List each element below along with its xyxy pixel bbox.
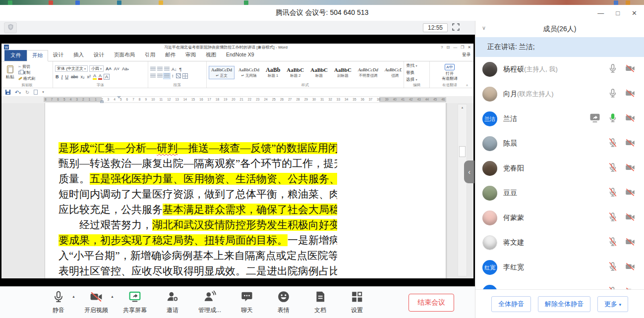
member-row-豆豆[interactable]: 豆豆	[475, 181, 644, 206]
doc-line-9[interactable]: 表明社区管控、应收尽收取得明显成效。二是进出院病例占比实现逆转，2 月 19	[59, 264, 337, 278]
word-minimize-icon[interactable]: —	[453, 45, 457, 50]
mute-all-button[interactable]: 全体静音	[491, 296, 531, 312]
camera-off-icon[interactable]	[625, 63, 635, 75]
word-close-icon[interactable]: ✕	[468, 45, 471, 50]
scroll-up-icon[interactable]: ▴	[458, 106, 467, 109]
toolbar-item-settings[interactable]: 设置	[346, 290, 368, 315]
camera-off-icon[interactable]	[625, 237, 635, 249]
document-text[interactable]: 是形成“汇集—分析—研判—推送—核查—反馈”的数据应用闭环，落实“筛查甄别—转送…	[59, 141, 337, 278]
font-format-button-6[interactable]: A	[93, 73, 97, 80]
align-center-icon[interactable]	[157, 74, 163, 78]
member-row-党春阳[interactable]: 党春阳	[475, 156, 644, 181]
doc-line-7[interactable]: 要成果，初步实现了稳定局势、扭转局面的目标。一是新增病例在高位运行上进	[59, 233, 337, 248]
doc-line-4[interactable]: 短时间内调动了大量医疗资源，做到了总体平衡，粮油菜、肉蛋奶等生活物资供	[59, 187, 337, 202]
word-signin-link[interactable]: 登录	[462, 52, 470, 58]
mic-muted-icon[interactable]	[608, 162, 618, 174]
find-button[interactable]: 查找 ▾	[406, 63, 417, 69]
panel-collapse-handle[interactable]: ‹	[464, 160, 474, 183]
word-ribbon-options-icon[interactable]: ⊡	[446, 45, 450, 50]
minimize-button[interactable]: —	[597, 10, 604, 16]
fullscreen-icon[interactable]	[452, 23, 460, 33]
end-meeting-button[interactable]: 结束会议	[409, 294, 454, 312]
doc-line-1[interactable]: 是形成“汇集—分析—研判—推送—核查—反馈”的数据应用闭环，落实“筛查	[59, 141, 337, 156]
toolbar-item-mic[interactable]: 静音▲	[48, 290, 69, 315]
mic-on-icon[interactable]	[608, 63, 618, 75]
word-tab-3[interactable]: 插入	[68, 50, 89, 61]
style-card-不明显强调[interactable]: AaBbCcDd不明显强调	[355, 66, 381, 79]
style-card-正文[interactable]: AaBbCcDd↵ 正文	[209, 66, 234, 79]
vertical-scrollbar[interactable]: ▴	[458, 104, 467, 276]
doc-line-6[interactable]: 经过艰苦努力，湖北和武汉疫情防控形势发生积极向好变化，取得阶段性重	[59, 217, 337, 233]
word-help-icon[interactable]: ?	[441, 45, 443, 50]
numbering-icon[interactable]	[157, 67, 163, 71]
word-tab-9[interactable]: 视图	[201, 50, 221, 61]
doc-line-8[interactable]: 入“小平台期”，新增确诊病例基本上来自隔离点或定点医院等管控范围之内，	[59, 248, 337, 264]
borders-icon[interactable]	[182, 73, 188, 79]
doc-line-5[interactable]: 应比较充足，公共服务基本满足群众需求，确保了社会大局稳定。	[59, 202, 337, 217]
mic-muted-icon[interactable]	[608, 138, 618, 150]
security-button[interactable]	[4, 22, 17, 33]
grow-font-button[interactable]: A˄	[105, 66, 112, 71]
toolbar-item-camera-off[interactable]: 开启视频▲	[84, 290, 108, 315]
mic-muted-icon[interactable]	[608, 237, 618, 249]
mic-muted-icon[interactable]	[608, 187, 618, 199]
change-case-button[interactable]: Aa▾	[121, 66, 129, 71]
word-tab-file[interactable]: 文件	[4, 50, 27, 61]
member-row-杨程硕[interactable]: 杨程硕(主持人, 我)	[475, 57, 644, 82]
doc-line-2[interactable]: 甄别—转送救治—康复出院—隔离观察”各个环节的工作，提升防控和收治工作	[59, 156, 337, 171]
word-tab-2[interactable]: 设计	[48, 50, 68, 61]
first-line-indent-marker[interactable]	[117, 96, 121, 101]
member-row-向月[interactable]: 向月(联席主持人)	[475, 82, 644, 106]
member-row-何蒙蒙[interactable]: 何蒙蒙	[475, 206, 644, 230]
word-tab-1[interactable]: 开始	[27, 50, 48, 61]
font-format-button-7[interactable]: A	[98, 73, 102, 80]
paste-button[interactable]: 粘贴	[3, 65, 16, 80]
print-preview-icon[interactable]	[34, 90, 38, 95]
format-painter-button[interactable]: 格式刷	[18, 76, 35, 81]
font-name-select[interactable]: 宋体 (中文正文▾	[55, 65, 88, 72]
camera-off-icon[interactable]	[625, 162, 635, 174]
font-size-select[interactable]: 小四▾	[89, 65, 104, 72]
replace-button[interactable]: 替换	[406, 70, 417, 76]
word-tab-5[interactable]: 页面布局	[109, 50, 140, 61]
member-row-蒋文建[interactable]: 蒋文建	[475, 230, 644, 255]
select-button[interactable]: 选择 ▾	[406, 77, 417, 83]
toolbar-item-share-screen[interactable]: 共享屏幕	[123, 290, 147, 315]
camera-off-icon[interactable]	[625, 262, 635, 273]
style-card-强调[interactable]: AaBbCcDd强调	[382, 66, 402, 79]
toolbar-item-document[interactable]: 文档	[309, 290, 331, 315]
mic-speaking-icon[interactable]	[608, 113, 618, 125]
sort-button[interactable]: A↓	[171, 67, 177, 72]
youdao-translate-button[interactable]: A中 打开有道翻译	[442, 64, 458, 81]
font-format-button-5[interactable]: x²	[87, 74, 92, 79]
save-icon[interactable]	[5, 90, 10, 95]
multilevel-list-icon[interactable]	[164, 67, 170, 71]
word-tab-6[interactable]: 引用	[140, 50, 160, 61]
members-list[interactable]: 杨程硕(主持人, 我)向月(联席主持人)兰洁兰洁陈晨党春阳豆豆何蒙蒙蒋文建红宽李…	[475, 57, 644, 289]
align-justify-icon[interactable]	[164, 74, 170, 78]
qat-customize-icon[interactable]: ▾	[42, 90, 44, 94]
style-card-标题 2[interactable]: AaBbC标题 2	[284, 66, 306, 79]
copy-button[interactable]: 复制	[18, 70, 35, 75]
line-spacing-button[interactable]: ↕	[171, 73, 175, 78]
caret-up-icon[interactable]: ▲	[72, 295, 75, 298]
undo-icon[interactable]: ↶▾	[15, 90, 21, 95]
member-row-陈晨[interactable]: 陈晨	[475, 131, 644, 156]
word-tab-10[interactable]: EndNote X9	[221, 50, 259, 61]
member-row-李红宽[interactable]: 红宽李红宽	[475, 255, 644, 280]
scrollbar-thumb[interactable]	[459, 146, 466, 157]
camera-off-icon[interactable]	[625, 187, 635, 199]
font-format-button-1[interactable]: I	[61, 74, 63, 79]
toolbar-item-manage-members[interactable]: 管理成...	[198, 290, 221, 315]
style-card-副标题[interactable]: AaBbC副标题	[332, 66, 354, 79]
camera-off-icon[interactable]	[625, 88, 635, 100]
font-format-button-0[interactable]: B	[55, 74, 59, 79]
style-card-标题[interactable]: AaBbC标题	[308, 66, 330, 79]
caret-up-icon[interactable]: ▲	[111, 295, 114, 298]
horizontal-ruler[interactable]: 8765432112345678910111213141516171819202…	[44, 97, 446, 102]
doc-line-3[interactable]: 质量。五是强化医护力量、医用物资、生活物资、公共服务、社会稳定五个保障，	[59, 171, 337, 187]
mic-muted-icon[interactable]	[608, 212, 618, 224]
member-row-兰洁[interactable]: 兰洁兰洁	[475, 106, 644, 131]
word-tab-4[interactable]: 设计	[89, 50, 109, 61]
toolbar-item-invite[interactable]: 邀请	[162, 290, 183, 315]
